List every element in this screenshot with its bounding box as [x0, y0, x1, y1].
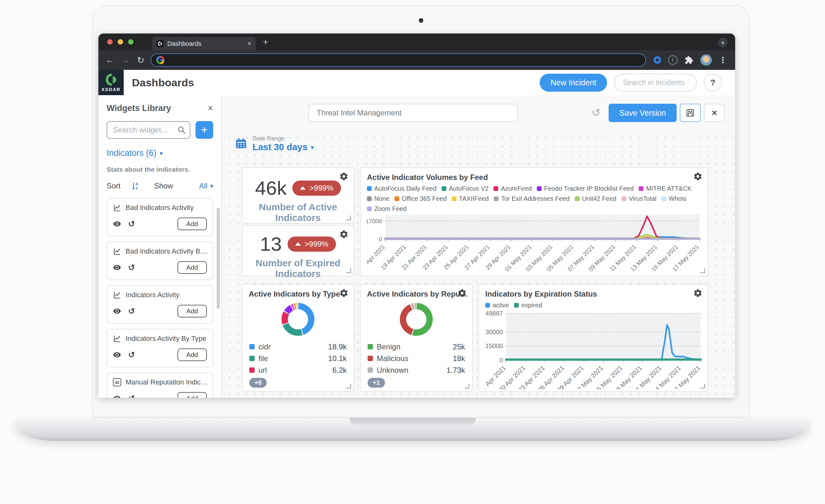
- gear-icon[interactable]: [339, 172, 349, 181]
- xsoar-logo-text: XSOAR: [101, 87, 121, 92]
- date-range-picker[interactable]: Date Range Last 30 days▾: [235, 135, 314, 152]
- legend-item: TAXIIFeed: [452, 195, 489, 202]
- widget-library-item[interactable]: Indicators Activity By Type↺Add: [106, 329, 213, 367]
- donut-legend-row: Unknown1.73k: [368, 364, 465, 376]
- close-edit-button[interactable]: ×: [704, 104, 725, 122]
- close-window-button[interactable]: [107, 39, 112, 45]
- add-widget-to-board-button[interactable]: Add: [177, 305, 207, 318]
- add-widget-button[interactable]: +: [196, 121, 213, 139]
- chevron-down-icon: ▾: [210, 183, 213, 189]
- resize-handle[interactable]: [347, 268, 351, 273]
- widget-item-label: Bad Indicators Activity B…: [126, 247, 207, 255]
- widgets-library-title: Widgets Library: [106, 103, 171, 113]
- extensions-puzzle-icon[interactable]: [685, 56, 693, 65]
- chart-title: Active Indicator Volumes by Feed: [361, 168, 707, 182]
- save-button[interactable]: [680, 104, 701, 122]
- xsoar-logo[interactable]: XSOAR: [98, 70, 124, 95]
- more-items-badge[interactable]: +1: [368, 378, 385, 388]
- chart-card-indicators-by-type[interactable]: Active Indicators by Type cidr18.9kfile1…: [242, 284, 354, 392]
- forward-icon[interactable]: →: [121, 55, 130, 65]
- gear-icon[interactable]: [693, 172, 702, 181]
- reload-icon[interactable]: ↻: [137, 55, 144, 66]
- eye-preview-icon[interactable]: [113, 351, 121, 359]
- tab-search-chevron-icon[interactable]: ▾: [718, 38, 728, 48]
- feed-volumes-line-chart: 17000017 Apr 202119 Apr 202121 Apr 20212…: [367, 214, 701, 274]
- new-tab-button[interactable]: +: [263, 37, 269, 48]
- extension-icon[interactable]: [654, 56, 661, 64]
- eye-preview-icon[interactable]: [113, 220, 121, 228]
- history-icon[interactable]: ↺: [128, 307, 135, 315]
- gear-icon[interactable]: [457, 288, 467, 298]
- legend-label: Unknown: [377, 366, 408, 375]
- legend-color-swatch: [514, 303, 519, 308]
- save-version-button[interactable]: Save Version: [609, 104, 677, 122]
- stat-value: 46k: [255, 177, 287, 199]
- info-icon[interactable]: i: [668, 55, 678, 65]
- widget-library-item[interactable]: Bad Indicators Activity↺Add: [106, 198, 213, 237]
- tab-close-icon[interactable]: ×: [247, 39, 251, 48]
- trend-badge: >999%: [292, 180, 341, 196]
- chart-title: Active Indicators by Repu…: [361, 284, 472, 299]
- add-widget-to-board-button[interactable]: Add: [177, 392, 207, 398]
- maximize-window-button[interactable]: [128, 39, 134, 45]
- show-filter-dropdown[interactable]: All▾: [199, 181, 213, 190]
- laptop-mockup: Dashboards × + ▾ ← → ↻ i ⋮: [0, 0, 825, 504]
- back-icon[interactable]: ←: [105, 55, 114, 65]
- stat-card-active-indicators[interactable]: 46k >999% Number of Active Indicators: [242, 167, 354, 224]
- add-widget-to-board-button[interactable]: Add: [177, 261, 207, 274]
- eye-preview-icon[interactable]: [113, 394, 121, 398]
- legend-item: expired: [514, 302, 542, 309]
- eye-preview-icon[interactable]: [113, 307, 121, 315]
- resize-handle[interactable]: [700, 384, 705, 389]
- legend-color-swatch: [367, 196, 372, 201]
- gear-icon[interactable]: [693, 288, 702, 298]
- chart-card-expiration-status[interactable]: Indicators by Expiration Status activeex…: [478, 284, 708, 392]
- widget-library-item[interactable]: Bad Indicators Activity B…↺Add: [106, 242, 213, 280]
- new-incident-button[interactable]: New Incident: [540, 74, 607, 92]
- window-controls[interactable]: [107, 39, 134, 45]
- close-panel-icon[interactable]: ×: [208, 103, 213, 113]
- svg-text:17000: 17000: [367, 218, 382, 225]
- chart-card-indicators-by-reputation[interactable]: Active Indicators by Repu… Benign25kMali…: [360, 284, 473, 392]
- resize-handle[interactable]: [700, 268, 705, 273]
- profile-avatar[interactable]: [700, 55, 712, 66]
- history-icon[interactable]: ↺: [128, 351, 135, 359]
- legend-label: Tor Exit Addresses Feed: [501, 195, 570, 202]
- address-bar[interactable]: [151, 54, 646, 67]
- add-widget-to-board-button[interactable]: Add: [177, 348, 207, 361]
- browser-menu-icon[interactable]: ⋮: [719, 55, 727, 65]
- chart-card-feed-volumes[interactable]: Active Indicator Volumes by Feed AutoFoc…: [360, 167, 708, 276]
- gear-icon[interactable]: [339, 230, 349, 239]
- legend-color-swatch: [452, 196, 456, 201]
- history-icon[interactable]: ↺: [128, 394, 135, 398]
- legend-label: cidr: [258, 342, 271, 351]
- dashboard-name-input[interactable]: [308, 104, 518, 122]
- version-history-icon[interactable]: ↺: [592, 107, 601, 118]
- history-icon[interactable]: ↺: [128, 263, 135, 272]
- gear-icon[interactable]: [339, 288, 349, 298]
- eye-preview-icon[interactable]: [113, 263, 121, 272]
- legend-label: Office 365 Feed: [402, 195, 447, 202]
- stat-card-expired-indicators[interactable]: 13 >999% Number of Expired Indicators: [242, 225, 354, 276]
- scrollbar-thumb[interactable]: [217, 208, 220, 309]
- browser-tab[interactable]: Dashboards ×: [152, 37, 256, 50]
- sort-label: Sort: [106, 181, 121, 190]
- minimize-window-button[interactable]: [118, 39, 123, 45]
- date-range-value[interactable]: Last 30 days▾: [252, 142, 314, 152]
- resize-handle[interactable]: [347, 384, 351, 389]
- widget-library-item[interactable]: Indicators Activity↺Add: [106, 285, 213, 324]
- sort-az-icon[interactable]: [131, 181, 140, 190]
- legend-color-swatch: [662, 196, 666, 201]
- help-button[interactable]: ?: [704, 74, 722, 92]
- resize-handle[interactable]: [465, 384, 469, 389]
- incident-search-input[interactable]: [614, 74, 697, 92]
- resize-handle[interactable]: [347, 216, 351, 221]
- more-items-badge[interactable]: +8: [249, 378, 267, 388]
- expiration-line-chart: 498873000015000017 Apr 202120 Apr 202123…: [485, 310, 702, 389]
- widget-library-item[interactable]: 42Manual Reputation Indic…↺Add: [106, 372, 213, 398]
- add-widget-to-board-button[interactable]: Add: [177, 218, 207, 230]
- history-icon[interactable]: ↺: [128, 220, 135, 228]
- widget-item-label: Manual Reputation Indic…: [126, 378, 207, 387]
- trend-up-icon: [295, 242, 301, 246]
- category-dropdown[interactable]: Indicators (6)▾: [106, 148, 213, 158]
